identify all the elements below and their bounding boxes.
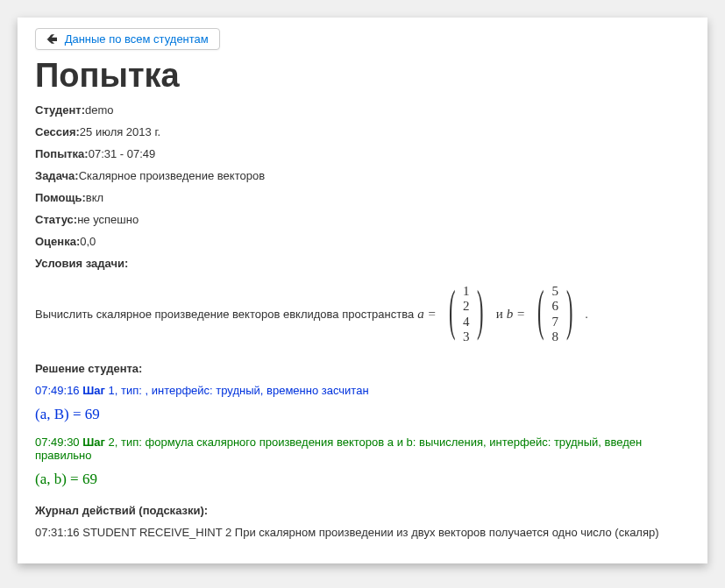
step2-rest: 2, тип: формула скалярного произведения … <box>35 436 642 462</box>
solution-header: Решение студента: <box>35 362 690 375</box>
meta-help-value: вкл <box>86 191 103 204</box>
meta-status: Статус:не успешно <box>35 213 690 226</box>
paren-left-icon: ( <box>537 282 544 346</box>
problem-connector: и <box>496 307 503 322</box>
log-entry: 07:31:16 STUDENT RECEIVE_HINT 2 При скал… <box>35 526 690 539</box>
back-button[interactable]: 🡸 Данные по всем студентам <box>35 28 220 50</box>
meta-task: Задача:Скалярное произведение векторов <box>35 169 690 182</box>
problem-suffix: . <box>585 308 588 321</box>
step1-rest: 1, тип: , интерфейс: трудный, временно з… <box>105 384 369 397</box>
meta-status-label: Статус: <box>35 213 77 226</box>
vector-a-values: 1 2 4 3 <box>461 282 472 346</box>
step2-formula: (a, b) = 69 <box>35 471 690 488</box>
meta-session-label: Сессия: <box>35 125 80 138</box>
page-title: Попытка <box>35 57 690 95</box>
arrow-left-icon: 🡸 <box>46 32 58 46</box>
meta-help-label: Помощь: <box>35 191 86 204</box>
step2-word: Шаг <box>82 436 105 449</box>
solution-step-1[interactable]: 07:49:16 Шаг 1, тип: , интерфейс: трудны… <box>35 384 690 397</box>
step1-word: Шаг <box>82 384 105 397</box>
meta-session-value: 25 июля 2013 г. <box>80 125 160 138</box>
meta-session: Сессия:25 июля 2013 г. <box>35 125 690 138</box>
vector-a: ( 1 2 4 3 ) <box>443 282 490 346</box>
meta-task-label: Задача: <box>35 169 79 182</box>
log-header: Журнал действий (подсказки): <box>35 504 690 517</box>
meta-attempt: Попытка:07:31 - 07:49 <box>35 147 690 160</box>
meta-task-value: Скалярное произведение векторов <box>79 169 265 182</box>
meta-attempt-label: Попытка: <box>35 147 89 160</box>
paren-left-icon: ( <box>448 282 454 346</box>
vector-b-values: 5 6 7 8 <box>550 282 560 346</box>
vector-b: ( 5 6 7 8 ) <box>531 282 579 346</box>
step1-formula: (a, B) = 69 <box>35 406 690 423</box>
meta-conditions-label: Условия задачи: <box>35 257 128 270</box>
vector-b-label: b = <box>507 307 525 322</box>
step2-time: 07:49:30 <box>35 436 82 449</box>
meta-status-value: не успешно <box>77 213 139 226</box>
meta-student-label: Студент: <box>35 103 85 117</box>
back-button-label: Данные по всем студентам <box>65 32 209 46</box>
problem-prefix: Вычислить скалярное произведение векторо… <box>35 308 414 321</box>
meta-student-value: demo <box>85 103 114 117</box>
meta-score-value: 0,0 <box>80 235 96 248</box>
meta-student: Студент:demo <box>35 103 690 117</box>
paren-right-icon: ) <box>566 282 572 346</box>
solution-step-2[interactable]: 07:49:30 Шаг 2, тип: формула скалярного … <box>35 436 690 462</box>
meta-score-label: Оценка: <box>35 235 80 248</box>
step1-time: 07:49:16 <box>35 384 82 397</box>
page-container: 🡸 Данные по всем студентам Попытка Студе… <box>18 18 707 563</box>
meta-attempt-value: 07:31 - 07:49 <box>89 147 156 160</box>
meta-score: Оценка:0,0 <box>35 235 690 248</box>
meta-help: Помощь:вкл <box>35 191 690 204</box>
paren-right-icon: ) <box>477 282 483 346</box>
problem-statement: Вычислить скалярное произведение векторо… <box>35 282 690 346</box>
vector-a-label: a = <box>417 307 436 322</box>
meta-conditions: Условия задачи: <box>35 257 690 270</box>
